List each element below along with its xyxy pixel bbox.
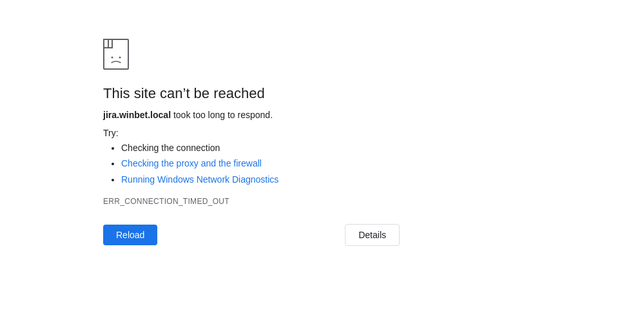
list-item: Running Windows Network Diagnostics xyxy=(121,172,400,187)
suggestion-network-diagnostics-link[interactable]: Running Windows Network Diagnostics xyxy=(121,174,278,185)
try-label: Try: xyxy=(103,128,400,138)
svg-point-4 xyxy=(112,57,113,59)
error-subtitle: jira.winbet.local took too long to respo… xyxy=(103,110,400,120)
list-item: Checking the connection xyxy=(121,141,400,155)
reload-button[interactable]: Reload xyxy=(103,225,157,245)
error-content: This site can’t be reached jira.winbet.l… xyxy=(103,39,400,246)
suggestion-checking-connection: Checking the connection xyxy=(121,143,220,153)
error-title: This site can’t be reached xyxy=(103,85,400,102)
button-row: Reload Details xyxy=(103,224,400,246)
error-subtitle-text: took too long to respond. xyxy=(171,110,273,120)
suggestion-proxy-firewall-link[interactable]: Checking the proxy and the firewall xyxy=(121,158,262,168)
error-icon xyxy=(103,39,129,70)
page-container: This site can’t be reached jira.winbet.l… xyxy=(0,0,644,324)
svg-point-5 xyxy=(119,57,121,59)
error-domain: jira.winbet.local xyxy=(103,110,171,120)
suggestions-list: Checking the connection Checking the pro… xyxy=(103,141,400,187)
error-code: ERR_CONNECTION_TIMED_OUT xyxy=(103,197,400,206)
svg-rect-0 xyxy=(104,39,128,69)
details-button[interactable]: Details xyxy=(345,224,400,246)
list-item: Checking the proxy and the firewall xyxy=(121,156,400,170)
